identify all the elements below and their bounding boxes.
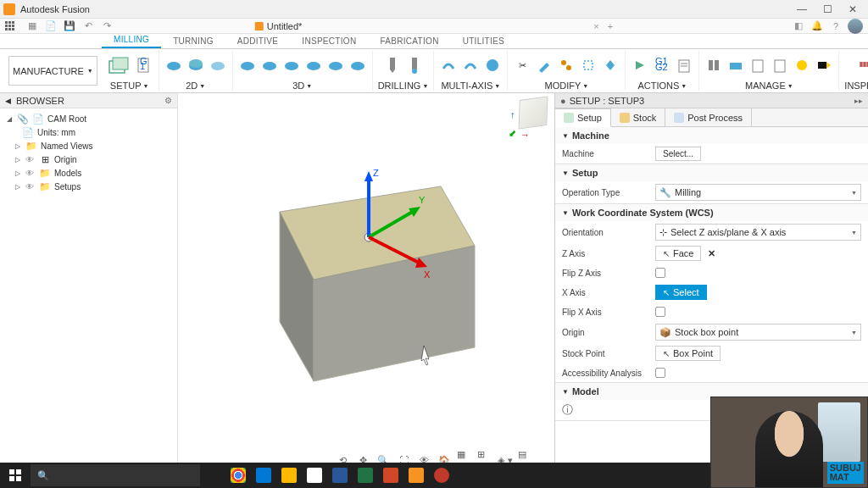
extensions-icon[interactable]: ◧ xyxy=(792,20,805,32)
taskbar-excel[interactable] xyxy=(353,463,378,488)
ribbon-group-multiaxis: MULTI-AXIS▼ xyxy=(434,51,508,91)
3d-5-icon[interactable] xyxy=(326,56,345,75)
viewport[interactable]: Z Y X ⬋↑→ xyxy=(178,93,554,463)
window-minimize[interactable]: — xyxy=(790,1,814,18)
tree-root[interactable]: ◢📎📄CAM Root xyxy=(0,112,177,125)
tab-fabrication[interactable]: FABRICATION xyxy=(368,34,450,48)
undo-icon[interactable]: ↶ xyxy=(81,20,95,32)
search-icon: 🔍 xyxy=(37,470,49,481)
new-tab[interactable]: + xyxy=(608,21,613,31)
3d-6-icon[interactable] xyxy=(348,56,367,75)
taskbar-outlook[interactable] xyxy=(251,463,276,488)
tab-utilities[interactable]: UTILITIES xyxy=(451,34,516,48)
multi-3-icon[interactable] xyxy=(483,56,502,75)
browser-header[interactable]: ◀BROWSER⚙ xyxy=(0,93,177,108)
start-button[interactable] xyxy=(0,463,31,488)
tab-milling[interactable]: MILLING xyxy=(102,32,161,48)
taskbar-app[interactable] xyxy=(429,463,454,488)
tab-additive[interactable]: ADDITIVE xyxy=(225,34,291,48)
drill-1-icon[interactable] xyxy=(383,56,402,75)
mod-3-icon[interactable] xyxy=(557,56,576,75)
act-3-icon[interactable] xyxy=(675,56,693,75)
viewcube[interactable]: ⬋↑→ xyxy=(512,98,548,134)
3d-4-icon[interactable] xyxy=(304,56,323,75)
taskbar-fusion[interactable] xyxy=(403,463,429,488)
data-panel-icon[interactable]: ▦ xyxy=(25,20,39,32)
inspect-icon[interactable] xyxy=(856,53,868,78)
save-icon[interactable]: 💾 xyxy=(63,20,76,32)
svg-point-10 xyxy=(263,62,276,70)
operation-type-select[interactable]: 🔧Milling▼ xyxy=(655,184,861,201)
3d-2-icon[interactable] xyxy=(260,56,279,75)
redo-icon[interactable]: ↷ xyxy=(100,20,114,32)
tree-origin[interactable]: ▷👁⊞Origin xyxy=(0,152,177,166)
multi-2-icon[interactable] xyxy=(461,56,480,75)
2d-3-icon[interactable] xyxy=(209,56,227,75)
nc-program-icon[interactable]: G1 xyxy=(135,56,153,75)
2d-1-icon[interactable] xyxy=(164,56,183,75)
panel-tab-stock[interactable]: Stock xyxy=(611,108,666,126)
origin-select[interactable]: 📦Stock box point▼ xyxy=(655,324,861,341)
mg-1-icon[interactable] xyxy=(704,56,723,75)
svg-point-14 xyxy=(351,62,364,70)
3d-3-icon[interactable] xyxy=(282,56,301,75)
2d-2-icon[interactable] xyxy=(186,56,205,75)
tree-named-views[interactable]: ▷📁Named Views xyxy=(0,139,177,152)
close-tab[interactable]: × xyxy=(593,21,598,31)
machine-select-button[interactable]: Select... xyxy=(655,147,701,161)
tree-setups[interactable]: ▷👁📁Setups xyxy=(0,180,177,193)
mod-1-icon[interactable]: ✂ xyxy=(513,56,531,75)
zaxis-clear[interactable]: ✕ xyxy=(708,248,715,258)
tree-units[interactable]: 📄Units: mm xyxy=(0,125,177,139)
info-icon[interactable]: ⓘ xyxy=(562,402,573,418)
drill-2-icon[interactable] xyxy=(405,56,424,75)
mod-2-icon[interactable] xyxy=(535,56,554,75)
workspace-selector[interactable]: MANUFACTURE▼ xyxy=(8,56,97,86)
model-view[interactable]: Z Y X xyxy=(178,110,551,432)
svg-point-5 xyxy=(167,62,181,70)
tree-models[interactable]: ▷👁📁Models xyxy=(0,166,177,180)
taskbar-search[interactable]: 🔍Wyszukaj xyxy=(31,464,200,486)
multi-1-icon[interactable] xyxy=(439,56,458,75)
xaxis-button[interactable]: ↖ Select xyxy=(655,285,707,300)
gear-icon[interactable]: ⚙ xyxy=(164,96,172,105)
expand-icon[interactable]: ▸▸ xyxy=(854,97,863,105)
taskbar-chrome[interactable] xyxy=(225,463,251,488)
flipz-checkbox[interactable] xyxy=(655,268,665,278)
act-2-icon[interactable]: G1G2 xyxy=(653,56,671,75)
mod-4-icon[interactable] xyxy=(579,56,598,75)
apps-icon[interactable] xyxy=(5,21,14,30)
mg-3-icon[interactable] xyxy=(748,56,767,75)
flipx-checkbox[interactable] xyxy=(655,307,665,317)
orientation-select[interactable]: ⊹Select Z axis/plane & X axis▼ xyxy=(655,224,861,241)
mg-6-icon[interactable] xyxy=(815,56,833,75)
document-tab[interactable]: Untitled* × + xyxy=(255,21,613,31)
window-maximize[interactable]: ☐ xyxy=(815,1,839,18)
titlebar: Autodesk Fusion — ☐ ✕ xyxy=(0,0,868,19)
mg-5-icon[interactable] xyxy=(793,56,811,75)
panel-tab-setup[interactable]: Setup xyxy=(555,108,611,127)
taskbar-word[interactable] xyxy=(327,463,353,488)
taskbar-ppt[interactable] xyxy=(378,463,403,488)
tab-inspection[interactable]: INSPECTION xyxy=(290,34,368,48)
panel-tab-post[interactable]: Post Process xyxy=(665,108,752,126)
mg-4-icon[interactable] xyxy=(771,56,789,75)
user-avatar[interactable] xyxy=(848,19,863,34)
mod-5-icon[interactable] xyxy=(601,56,620,75)
file-icon[interactable]: 📄 xyxy=(44,20,58,32)
stockpoint-button[interactable]: ↖ Box Point xyxy=(655,346,721,361)
setup-icon[interactable] xyxy=(106,53,131,78)
3d-1-icon[interactable] xyxy=(238,56,257,75)
tab-turning[interactable]: TURNING xyxy=(161,34,225,48)
notifications-icon[interactable]: 🔔 xyxy=(810,20,824,32)
taskbar-store[interactable] xyxy=(302,463,327,488)
mg-2-icon[interactable] xyxy=(726,56,745,75)
svg-text:1: 1 xyxy=(140,61,145,71)
help-icon[interactable]: ? xyxy=(829,20,843,32)
doc-name: Untitled* xyxy=(267,21,303,31)
accessibility-checkbox[interactable] xyxy=(655,368,665,378)
taskbar-explorer[interactable] xyxy=(276,463,302,488)
act-1-icon[interactable] xyxy=(631,56,649,75)
zaxis-button[interactable]: ↖ Face xyxy=(655,246,701,261)
window-close[interactable]: ✕ xyxy=(841,1,865,18)
